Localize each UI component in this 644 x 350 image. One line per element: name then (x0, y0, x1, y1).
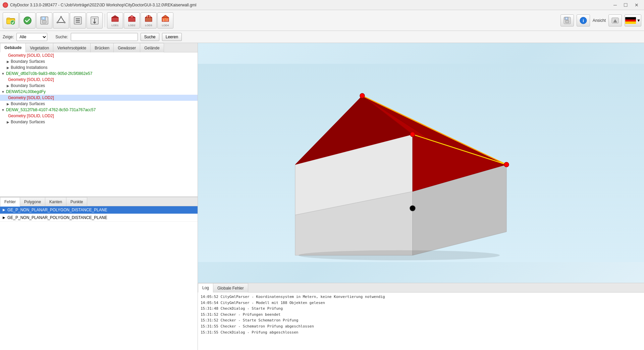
lod2-label: LOD2 (128, 24, 136, 27)
tab-gelaende[interactable]: Gelände (140, 43, 164, 52)
view-icon (611, 16, 619, 25)
tree-node-geometry1[interactable]: Geometry [SOLID, LOD2] (0, 52, 198, 58)
svg-rect-30 (163, 18, 164, 21)
lod3-label: LOD3 (145, 24, 152, 27)
svg-point-10 (64, 21, 66, 23)
error-toggle: ▶ (3, 216, 5, 219)
main-layout: Gebäude Vegetation Verkehrsobjekte Brück… (0, 43, 644, 350)
export-button[interactable] (87, 12, 103, 29)
log-entry-2: 14:05:54 CityGmlParser - Modell mit 188 … (201, 300, 641, 306)
lod4-icon (161, 14, 170, 24)
svg-point-2 (10, 20, 15, 25)
lod4-label: LOD4 (162, 24, 169, 27)
tree-node-text: Geometry [SOLID, LOD2] (8, 114, 54, 118)
log-entry-3: 15:31:48 CheckDialog - Starte Prüfung (201, 306, 641, 312)
tree-node-installations[interactable]: ▶ Building Installations (0, 64, 198, 71)
tab-bar: Gebäude Vegetation Verkehrsobjekte Brück… (0, 43, 198, 52)
log-entry-7: 15:31:55 CheckDialog - Prüfung abgeschlo… (201, 330, 641, 336)
check-icon (23, 16, 32, 25)
tree-node-denw3[interactable]: ▼ DENW_5312f7b8-4107-4762-8c50-731a767ac… (0, 107, 198, 113)
lod3-button[interactable]: LOD3 (141, 12, 157, 29)
tree-node-text: Boundary Surfaces (11, 120, 45, 124)
window-controls: ─ ☐ ✕ (611, 2, 641, 8)
svg-point-56 (410, 206, 415, 211)
lod1-button[interactable]: LOD1 (107, 12, 123, 29)
tab-gebaeude[interactable]: Gebäude (0, 43, 26, 52)
lod3-icon (144, 14, 153, 24)
error-item-1[interactable]: ▶ GE_P_NON_PLANAR_POLYGON_DISTANCE_PLANE (0, 206, 198, 214)
error-toggle: ▶ (3, 208, 5, 212)
tree-node-geometry2[interactable]: Geometry [SOLID, LOD2] (0, 77, 198, 83)
viewport[interactable] (198, 43, 644, 283)
tree-toggle: ▼ (1, 90, 5, 94)
open-folder-button[interactable] (3, 12, 19, 29)
app-icon (3, 2, 8, 8)
tree-node-text: Boundary Surfaces (11, 101, 45, 106)
bottom-tab-polygone[interactable]: Polygone (20, 197, 45, 207)
tab-vegetation[interactable]: Vegetation (25, 43, 53, 52)
tree-node-geometry3[interactable]: Geometry [SOLID, LOD2] (0, 95, 198, 101)
tree-node-text: Boundary Surfaces (11, 83, 45, 88)
svg-point-54 (410, 132, 415, 137)
log-entry-4: 15:31:52 Checker - Prüfungen beendet (201, 312, 641, 318)
save-file-button[interactable] (36, 12, 52, 29)
right-panel: Log Globale Fehler 14:05:52 CityGmlParse… (198, 43, 644, 350)
log-tab-global[interactable]: Globale Fehler (213, 283, 248, 293)
view-button[interactable] (608, 14, 622, 27)
info-button[interactable]: i (577, 14, 590, 27)
tree-node-text: Geometry [SOLID, LOD2] (8, 77, 54, 82)
lod2-icon (127, 14, 137, 24)
svg-rect-7 (43, 17, 44, 19)
tree-node-boundary2[interactable]: ▶ Boundary Surfaces (0, 83, 198, 89)
tree-node-denw2[interactable]: ▼ DENW52AL00begdFy (0, 89, 198, 95)
log-tab-bar: Log Globale Fehler (198, 283, 644, 293)
log-entry-1: 14:05:52 CityGmlParser - Koordinatensyst… (201, 294, 641, 300)
zeige-select[interactable]: Alle Fehler Warnungen (16, 33, 47, 41)
save-icon (563, 16, 571, 25)
bottom-tab-bar: Fehler Polygone Kanten Punkte (0, 197, 198, 206)
tab-gewaesser[interactable]: Gewässer (113, 43, 140, 52)
svg-point-53 (360, 93, 365, 98)
log-content: 14:05:52 CityGmlParser - Koordinatensyst… (198, 293, 644, 350)
lod2-button[interactable]: LOD2 (124, 12, 140, 29)
log-tab-log[interactable]: Log (198, 283, 213, 293)
tree-node-text: Boundary Surfaces (11, 59, 45, 64)
maximize-button[interactable]: ☐ (621, 2, 631, 8)
lod4-button[interactable]: LOD4 (157, 12, 173, 29)
geometry-button[interactable] (53, 12, 69, 29)
tree-node-geometry4[interactable]: Geometry [SOLID, LOD2] (0, 113, 198, 119)
tab-verkehr[interactable]: Verkehrsobjekte (53, 43, 91, 52)
svg-point-9 (60, 16, 62, 17)
svg-rect-6 (42, 20, 46, 23)
svg-rect-40 (625, 17, 636, 19)
geometry-icon (56, 16, 66, 25)
svg-marker-8 (57, 17, 65, 23)
tree-panel: Geometry [SOLID, LOD2] ▶ Boundary Surfac… (0, 52, 198, 197)
save-top-button[interactable] (560, 14, 574, 27)
check-button[interactable] (19, 12, 36, 29)
tree-node-boundary3[interactable]: ▶ Boundary Surfaces (0, 101, 198, 107)
tree-node-boundary4[interactable]: ▶ Boundary Surfaces (0, 119, 198, 125)
bottom-tab-punkte[interactable]: Punkte (66, 197, 87, 207)
search-button[interactable]: Suche (141, 33, 159, 41)
tree-node-boundary1[interactable]: ▶ Boundary Surfaces (0, 58, 198, 64)
bottom-tab-fehler[interactable]: Fehler (0, 197, 20, 207)
tree-node-text: Geometry [SOLID, LOD2] (8, 95, 54, 100)
svg-rect-19 (112, 17, 118, 21)
tab-bruecken[interactable]: Brücken (90, 43, 114, 52)
search-input[interactable] (71, 33, 138, 41)
error-item-2[interactable]: ▶ GE_P_NON_PLANAR_POLYGON_DISTANCE_PLANE (0, 214, 198, 222)
tree-node-denw1[interactable]: ▼ DENW_df0d7c0b-9a83-4fdc-905d-2fc5f0862… (0, 71, 198, 77)
export-icon (90, 16, 99, 25)
lod1-icon (110, 14, 120, 24)
german-flag-icon (625, 17, 636, 24)
minimize-button[interactable]: ─ (611, 2, 620, 8)
info-icon: i (579, 16, 587, 25)
settings-button[interactable] (70, 12, 86, 29)
close-button[interactable]: ✕ (632, 2, 641, 8)
toolbar: LOD1 LOD2 LOD3 LOD4 (0, 10, 644, 31)
bottom-tab-kanten[interactable]: Kanten (45, 197, 66, 207)
clear-button[interactable]: Leeren (162, 33, 182, 41)
svg-rect-34 (566, 20, 569, 23)
language-button[interactable]: ▼ (625, 14, 641, 27)
